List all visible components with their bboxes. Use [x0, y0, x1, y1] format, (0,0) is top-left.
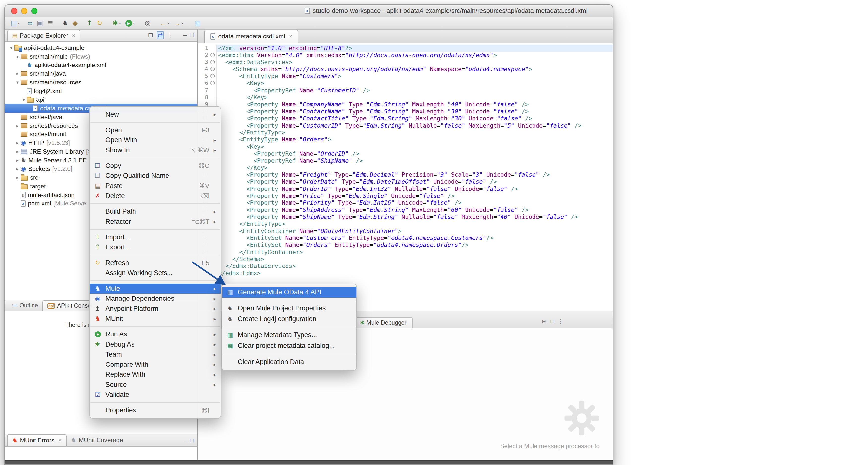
- menu-item-team[interactable]: Team▸: [90, 349, 221, 360]
- menu-item-assign-working-sets[interactable]: Assign Working Sets...: [90, 268, 221, 278]
- minimize-view-icon[interactable]: –: [183, 32, 187, 38]
- connect-icon[interactable]: ∞: [26, 18, 33, 28]
- menu-item-refactor[interactable]: Refactor⌥⌘T▸: [90, 217, 221, 227]
- menu-item-copy-qualified-name[interactable]: ❐Copy Qualified Name: [90, 171, 221, 181]
- expander-expanded-icon[interactable]: ▾: [14, 80, 21, 85]
- zoom-button[interactable]: [31, 8, 37, 14]
- expander-collapsed-icon[interactable]: ▸: [14, 140, 21, 146]
- expander-collapsed-icon[interactable]: ▸: [14, 166, 21, 172]
- collapse-all-icon[interactable]: ⊟: [148, 32, 153, 39]
- tab-outline[interactable]: ≔ Outline: [7, 300, 42, 311]
- maximize-view-icon[interactable]: □: [190, 32, 194, 38]
- submenu-item-create-log4j-configuration[interactable]: ♞Create Log4j configuration: [222, 314, 356, 324]
- tree-item-label: api: [36, 96, 44, 103]
- mule-project-icon[interactable]: ♞: [61, 18, 69, 28]
- expander-collapsed-icon[interactable]: ▸: [14, 123, 21, 128]
- menu-item-label: Clear Application Data: [238, 358, 345, 366]
- tab-package-explorer[interactable]: ▤ Package Explorer ×: [7, 30, 81, 41]
- expander-expanded-icon[interactable]: ▾: [8, 45, 14, 51]
- menu-item-import[interactable]: ⇩Import...: [90, 232, 221, 242]
- package-icon: [21, 71, 27, 76]
- run-icon[interactable]: ▶▾: [124, 18, 136, 28]
- build-icon[interactable]: ◆: [71, 18, 79, 28]
- menu-item-build-path[interactable]: Build Path▸: [90, 207, 221, 217]
- submenu-item-generate-mule-odata-4-api[interactable]: ▦Generate Mule OData 4 API: [222, 287, 356, 298]
- tree-item-decoration: [Mule Serve: [53, 200, 86, 207]
- view-menu-icon[interactable]: ⋮: [167, 32, 173, 39]
- maximize-view-icon[interactable]: □: [551, 318, 554, 325]
- submenu-item-manage-metadata-types[interactable]: ▦Manage Metadata Types...: [222, 330, 356, 341]
- menu-item-paste[interactable]: ▤Paste⌘V: [90, 181, 221, 191]
- submenu-item-clear-application-data[interactable]: Clear Application Data: [222, 357, 356, 368]
- menu-item-properties[interactable]: Properties⌘I: [90, 405, 221, 415]
- close-tab-icon[interactable]: ×: [72, 32, 75, 39]
- menu-item-new[interactable]: New▸: [90, 110, 221, 120]
- fold-collapse-icon[interactable]: −: [210, 74, 215, 79]
- expander-collapsed-icon[interactable]: ▸: [14, 149, 21, 154]
- close-tab-icon[interactable]: ×: [289, 33, 292, 40]
- tree-item-src-main-resources[interactable]: ▾src/main/resources: [5, 78, 197, 87]
- tree-item-src-main-java[interactable]: ▸src/main/java: [5, 69, 197, 78]
- code-area[interactable]: 1<?xml version="1.0" encoding="UTF-8"?>2…: [197, 43, 612, 311]
- menu-item-copy[interactable]: ❐Copy⌘C: [90, 161, 221, 171]
- save-icon[interactable]: ▣: [36, 18, 44, 28]
- tree-item-label: Sockets: [28, 165, 50, 173]
- new-wizard-icon[interactable]: ▤▾: [9, 18, 21, 28]
- deploy-icon[interactable]: ↥: [86, 18, 94, 28]
- link-with-editor-icon[interactable]: ⇄: [157, 31, 164, 39]
- fold-collapse-icon[interactable]: −: [210, 67, 215, 71]
- menu-item-mule[interactable]: ♞Mule▸: [90, 284, 221, 294]
- minimize-view-icon[interactable]: –: [183, 437, 187, 444]
- menu-item-export[interactable]: ⇧Export...: [90, 242, 221, 252]
- tree-item-apikit-odata4-example[interactable]: ▾apikit-odata4-example: [5, 43, 197, 52]
- tree-item-src-main-mule[interactable]: ▾src/main/mule(Flows): [5, 52, 197, 61]
- close-tab-icon[interactable]: ×: [58, 437, 62, 444]
- forward-icon[interactable]: →▾: [173, 18, 184, 28]
- print-icon[interactable]: ≣: [46, 18, 54, 28]
- menu-item-run-as[interactable]: ▶Run As▸: [90, 329, 221, 339]
- menu-item-manage-dependencies[interactable]: ◉Manage Dependencies▸: [90, 293, 221, 304]
- tab-munit-errors[interactable]: ♞ MUnit Errors ×: [7, 434, 66, 446]
- open-perspective-icon[interactable]: ▦: [193, 18, 202, 28]
- menu-item-show-in[interactable]: Show In⌥⌘W▸: [90, 145, 221, 155]
- fold-collapse-icon[interactable]: −: [210, 53, 215, 57]
- code-line-27: 27 <EntityContainer Name="OData4EntityCo…: [197, 227, 612, 235]
- expander-collapsed-icon[interactable]: ▸: [14, 158, 21, 163]
- tree-item-label: mule-artifact.json: [28, 191, 74, 198]
- maximize-view-icon[interactable]: □: [190, 437, 194, 444]
- tree-item-log4j2-xml[interactable]: xlog4j2.xml: [5, 87, 197, 96]
- expander-expanded-icon[interactable]: ▾: [14, 54, 21, 59]
- expander-collapsed-icon[interactable]: ▸: [14, 71, 21, 76]
- menu-item-source[interactable]: Source▸: [90, 380, 221, 390]
- fold-collapse-icon[interactable]: −: [210, 60, 215, 64]
- menu-item-open[interactable]: OpenF3: [90, 125, 221, 135]
- minimize-button[interactable]: [21, 8, 27, 14]
- submenu-item-clear-project-metadata-catalog[interactable]: ▦Clear project metadata catalog...: [222, 340, 356, 351]
- tab-odata-metadata[interactable]: x odata-metadata.csdl.xml ×: [204, 30, 298, 43]
- menu-item-replace-with[interactable]: Replace With▸: [90, 369, 221, 380]
- tree-item-apikit-odata4-example-xml[interactable]: ♞apikit-odata4-example.xml: [5, 61, 197, 69]
- menu-item-open-with[interactable]: Open With▸: [90, 135, 221, 145]
- fold-collapse-icon[interactable]: −: [210, 81, 215, 85]
- menu-item-compare-with[interactable]: Compare With▸: [90, 360, 221, 370]
- menu-item-debug-as[interactable]: ✱Debug As▸: [90, 339, 221, 350]
- menu-item-refresh[interactable]: ↻RefreshF5: [90, 258, 221, 268]
- menu-item-munit[interactable]: ♞MUnit▸: [90, 314, 221, 324]
- submenu-item-open-mule-project-properties[interactable]: ♞Open Mule Project Properties: [222, 303, 356, 314]
- tree-item-api[interactable]: ▾api: [5, 96, 197, 104]
- menu-item-delete[interactable]: ✗Delete⌫: [90, 191, 221, 201]
- tab-munit-coverage[interactable]: ♞ MUnit Coverage: [66, 434, 128, 446]
- expander-collapsed-icon[interactable]: ▸: [14, 175, 21, 180]
- tab-mule-debugger[interactable]: ✱ Mule Debugger: [354, 317, 412, 328]
- expander-expanded-icon[interactable]: ▾: [21, 97, 27, 102]
- view-menu-icon[interactable]: ⋮: [558, 318, 563, 325]
- restore-view-icon[interactable]: ⊟: [542, 318, 547, 325]
- back-icon[interactable]: ←▾: [159, 18, 170, 28]
- search-icon[interactable]: ◎: [144, 18, 152, 28]
- debug-icon[interactable]: ✱▾: [111, 18, 122, 28]
- code-line-17: 17 <PropertyRef Name="ShipName" />: [197, 157, 612, 164]
- menu-item-validate[interactable]: ☑Validate: [90, 390, 221, 400]
- refresh-icon[interactable]: ↻: [96, 18, 103, 28]
- close-button[interactable]: [11, 8, 18, 14]
- menu-item-anypoint-platform[interactable]: ↥Anypoint Platform▸: [90, 304, 221, 314]
